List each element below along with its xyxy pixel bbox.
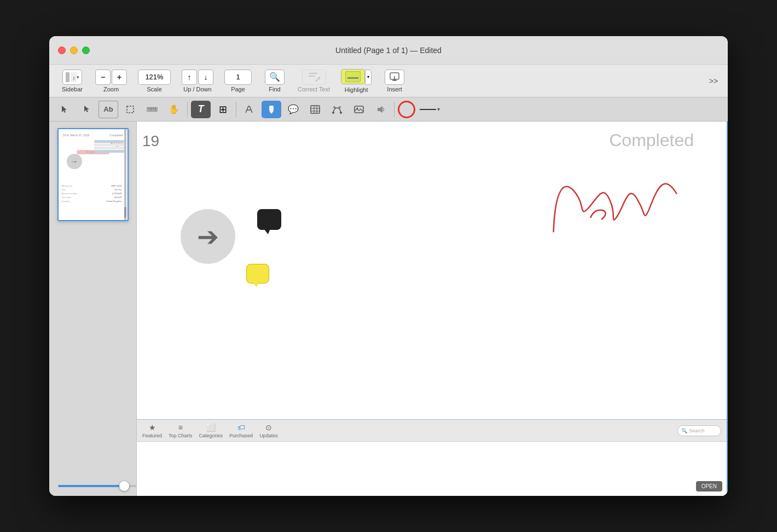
svg-point-24 bbox=[334, 106, 335, 108]
toolbar-separator-3 bbox=[394, 102, 395, 117]
thumb-detail-row-2: Fee No Fee bbox=[62, 188, 122, 191]
app-nav-updates[interactable]: ⊙ Updates bbox=[259, 423, 278, 438]
app-nav-categories[interactable]: ⬜ Categories bbox=[199, 423, 223, 438]
thumb-value-sortcode: 401419 bbox=[114, 196, 121, 199]
app-nav-purchased[interactable]: 🏷 Purchased bbox=[229, 423, 253, 438]
thumb-detail-row-1: Money test GBP 3,225 bbox=[62, 184, 122, 187]
thumb-label-fee: Fee bbox=[62, 188, 66, 191]
selection-arrow-tool[interactable] bbox=[55, 101, 74, 118]
find-label: Find bbox=[269, 86, 280, 92]
purchased-label: Purchased bbox=[229, 433, 253, 438]
svg-marker-28 bbox=[378, 106, 382, 113]
embedded-search[interactable]: 🔍 Search bbox=[677, 425, 721, 436]
thumb-value-account: 51750340 bbox=[112, 192, 122, 195]
table-tool[interactable] bbox=[305, 101, 325, 118]
highlight-label: Highlight bbox=[345, 86, 368, 93]
selection-arrow-icon bbox=[60, 105, 69, 114]
find-icon-btn[interactable]: 🔍 bbox=[265, 70, 285, 85]
text-format-tool[interactable] bbox=[240, 101, 259, 118]
scale-toolbar-item[interactable]: 121% Scale bbox=[134, 67, 175, 95]
sound-tool[interactable] bbox=[371, 101, 391, 118]
thumb-label-account: Account number bbox=[62, 192, 78, 195]
up-button[interactable]: ↑ bbox=[182, 70, 197, 85]
thumb-row-1 bbox=[94, 140, 124, 143]
hand-tool[interactable]: ✋ bbox=[164, 101, 184, 118]
cursor-tool[interactable] bbox=[77, 101, 96, 118]
correct-text-toolbar-item[interactable]: Correct Text bbox=[293, 67, 334, 95]
thumb-scrollbar bbox=[124, 129, 126, 220]
line-tool[interactable]: ▾ bbox=[420, 106, 440, 112]
bezier-tool[interactable] bbox=[327, 101, 347, 118]
zoom-buttons: − + bbox=[95, 70, 127, 85]
highlight-color-swatch bbox=[345, 71, 361, 82]
page-number[interactable]: 1 bbox=[224, 70, 252, 85]
slider-thumb[interactable] bbox=[119, 481, 129, 491]
thumb-value-fee: No Fee bbox=[114, 188, 121, 191]
highlight-icon-btn[interactable] bbox=[341, 69, 365, 84]
minimize-button[interactable] bbox=[70, 47, 78, 54]
featured-icon: ★ bbox=[149, 423, 156, 432]
thumb-detail-row-3: Account number 51750340 bbox=[62, 192, 122, 195]
text-tool[interactable]: T bbox=[191, 101, 211, 118]
speech-bubble-tool[interactable]: 💬 bbox=[283, 101, 303, 118]
correct-text-icon-btn[interactable] bbox=[302, 70, 326, 85]
correct-text-label: Correct Text bbox=[298, 86, 330, 92]
arrow-circle: ➔ bbox=[181, 209, 235, 264]
speech-bubble-yellow bbox=[246, 264, 269, 284]
app-nav-featured[interactable]: ★ Featured bbox=[142, 423, 162, 438]
page-toolbar-item[interactable]: 1 Page bbox=[220, 67, 256, 95]
highlight-pen-tool[interactable] bbox=[262, 101, 281, 118]
insert-icon-btn[interactable] bbox=[385, 70, 404, 85]
zoom-in-button[interactable]: + bbox=[112, 70, 127, 85]
thumb-row-4 bbox=[94, 150, 124, 153]
page-canvas: 19 Completed ➔ bbox=[137, 122, 728, 496]
svg-rect-8 bbox=[127, 106, 134, 113]
zoom-out-button[interactable]: − bbox=[95, 70, 111, 85]
thumb-scroll-handle bbox=[124, 207, 126, 218]
thumb-status: Completed bbox=[109, 134, 123, 137]
page-thumbnail-1[interactable]: 19 th, March 07, 2019 Completed Sign → bbox=[57, 128, 129, 221]
highlight-dropdown-btn[interactable]: ▾ bbox=[365, 70, 372, 85]
image-icon bbox=[354, 105, 364, 114]
window-title: Untitled (Page 1 of 1) — Edited bbox=[335, 46, 442, 55]
app-nav-top-charts[interactable]: ≡ Top Charts bbox=[169, 423, 193, 438]
text-select-tool[interactable]: Ab bbox=[98, 101, 118, 118]
fullscreen-button[interactable] bbox=[82, 47, 90, 54]
ruler-tool[interactable] bbox=[142, 101, 162, 118]
sidebar-toolbar-item[interactable]: ▾ Sidebar bbox=[56, 67, 89, 95]
red-circle-tool[interactable] bbox=[398, 101, 415, 118]
scale-label: Scale bbox=[147, 86, 162, 92]
document-canvas: 19 Completed ➔ bbox=[137, 122, 728, 496]
highlight-pen-icon bbox=[267, 105, 276, 114]
bezier-icon bbox=[332, 105, 342, 114]
stamp-tool[interactable]: ⊞ bbox=[213, 101, 233, 118]
close-button[interactable] bbox=[58, 47, 66, 54]
down-button[interactable]: ↓ bbox=[198, 70, 213, 85]
updown-buttons: ↑ ↓ bbox=[182, 70, 213, 85]
thumb-label-country: Country bbox=[62, 200, 69, 203]
sidebar-icon-btn[interactable]: ▾ bbox=[62, 70, 82, 85]
cursor-icon bbox=[82, 105, 91, 114]
open-button[interactable]: OPEN bbox=[696, 481, 722, 491]
updates-icon: ⊙ bbox=[265, 423, 272, 432]
thumb-table bbox=[94, 140, 124, 153]
insert-toolbar-item[interactable]: Insert bbox=[378, 67, 411, 95]
thumb-detail-row-5: Country United Kingdom bbox=[62, 200, 122, 203]
marquee-tool[interactable] bbox=[120, 101, 140, 118]
updates-label: Updates bbox=[259, 433, 278, 438]
find-toolbar-item[interactable]: 🔍 Find bbox=[258, 67, 291, 95]
page-content: 19 Completed ➔ bbox=[137, 122, 727, 496]
marquee-icon bbox=[126, 105, 135, 114]
more-button[interactable]: >> bbox=[706, 73, 721, 89]
sidebar-icon bbox=[66, 72, 77, 82]
image-tool[interactable] bbox=[349, 101, 369, 118]
line-dropdown-arrow[interactable]: ▾ bbox=[437, 106, 440, 112]
speech-bubble-black bbox=[257, 209, 281, 230]
title-bar: Untitled (Page 1 of 1) — Edited bbox=[49, 36, 728, 65]
highlight-toolbar-item[interactable]: ▾ Highlight bbox=[337, 67, 376, 95]
highlight-button-group[interactable]: ▾ bbox=[341, 69, 372, 85]
scale-value[interactable]: 121% bbox=[138, 70, 171, 85]
thumb-header: 19 th, March 07, 2019 Completed bbox=[63, 134, 123, 137]
sign-svg bbox=[542, 153, 703, 254]
insert-label: Insert bbox=[387, 86, 402, 92]
